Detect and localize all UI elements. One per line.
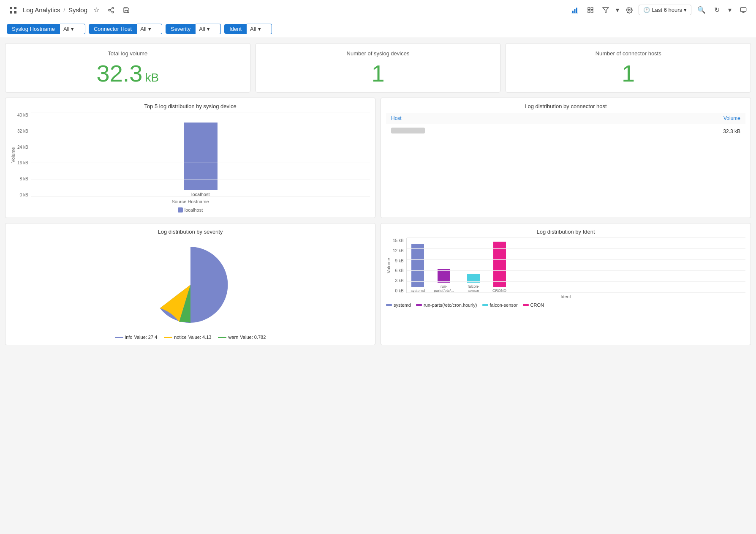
ident-bar-falcon-rect <box>467 274 480 283</box>
top5-bar-label: localhost <box>191 192 209 197</box>
sev-info-label: info <box>125 335 133 340</box>
top5-y-24: 24 kB <box>17 145 28 150</box>
connector-host-select[interactable]: All ▾ <box>137 24 162 34</box>
top5-y-32: 32 kB <box>17 129 28 134</box>
ident-bar-falcon: falcon-sensor <box>463 274 484 293</box>
refresh-button[interactable]: ↻ <box>712 4 722 16</box>
ident-leg-crond-label: CRON <box>530 302 544 308</box>
sev-warn: warn Value: 0.782 <box>218 335 266 340</box>
share-button[interactable] <box>105 5 117 15</box>
volume-cell: 32.3 kB <box>608 124 745 139</box>
top5-legend-color <box>178 207 183 213</box>
header-left: Log Analytics / Syslog ☆ <box>7 4 132 16</box>
syslog-devices-title: Number of syslog devices <box>264 50 492 57</box>
severity-pie-container <box>11 238 370 331</box>
svg-rect-0 <box>10 7 12 9</box>
top5-y-8: 8 kB <box>20 177 28 181</box>
svg-rect-15 <box>588 11 590 13</box>
ident-y-axis-label: Volume <box>386 238 391 293</box>
top5-y-0: 0 kB <box>20 193 28 197</box>
syslog-devices-value: 1 <box>264 62 492 85</box>
ident-x-title: Ident <box>386 294 745 299</box>
syslog-hostname-select[interactable]: All ▾ <box>60 24 85 34</box>
top5-chart-card: Top 5 log distribution by syslog device … <box>5 98 375 218</box>
col-volume: Volume <box>608 113 745 124</box>
col-host: Host <box>386 113 608 124</box>
svg-rect-14 <box>591 11 593 13</box>
time-range-label: Last 6 hours <box>652 7 682 13</box>
ident-leg-runparts: run-parts(/etc/cron.hourly) <box>416 302 477 308</box>
ident-label-crond: CROND <box>492 289 506 293</box>
svg-rect-18 <box>740 8 746 11</box>
tv-button[interactable] <box>737 5 749 15</box>
filter-bar: Syslog Hostname All ▾ Connector Host All… <box>0 20 756 38</box>
middle-row: Top 5 log distribution by syslog device … <box>5 98 751 218</box>
connector-host-filter: Connector Host All ▾ <box>89 24 162 34</box>
severity-chart-title: Log distribution by severity <box>11 229 370 235</box>
top5-legend-label: localhost <box>185 207 203 213</box>
severity-label: Severity <box>166 24 196 34</box>
ident-value: All <box>250 26 256 32</box>
svg-rect-3 <box>14 11 16 14</box>
syslog-hostname-value: All <box>63 26 69 32</box>
connector-host-chevron: ▾ <box>148 26 151 32</box>
ident-chart-title: Log distribution by Ident <box>386 229 745 235</box>
ident-select[interactable]: All ▾ <box>247 24 272 34</box>
ident-bar-runparts-rect <box>438 269 450 283</box>
star-button[interactable]: ☆ <box>91 4 102 16</box>
sev-info-color <box>115 337 123 338</box>
ident-label-runparts: run-parts(/etc/... <box>433 284 454 293</box>
syslog-devices-card: Number of syslog devices 1 <box>256 43 501 93</box>
refresh-dropdown-button[interactable]: ▾ <box>726 4 734 16</box>
save-button[interactable] <box>120 5 132 15</box>
severity-select[interactable]: All ▾ <box>196 24 221 34</box>
connector-host-chart-card: Log distribution by connector host Host … <box>381 98 751 218</box>
header-right: ▾ 🕐 Last 6 hours ▾ 🔍 ↻ ▾ <box>568 4 749 16</box>
time-chevron-icon: ▾ <box>684 7 687 13</box>
svg-point-4 <box>112 7 114 9</box>
bottom-row: Log distribution by severity <box>5 223 751 345</box>
host-placeholder <box>391 128 425 134</box>
main-content: Total log volume 32.3 kB Number of syslo… <box>0 38 756 350</box>
top5-legend: localhost <box>11 207 370 213</box>
svg-rect-9 <box>572 11 574 13</box>
ident-bar-systemd-rect <box>411 244 424 287</box>
svg-rect-2 <box>10 11 12 14</box>
dashboard-button[interactable] <box>585 5 596 15</box>
ident-bars-area: systemd run-parts(/etc/... falcon-sensor <box>406 238 745 293</box>
grid-menu-button[interactable] <box>7 5 19 16</box>
zoom-out-button[interactable]: 🔍 <box>695 4 708 16</box>
svg-rect-10 <box>574 9 576 13</box>
sev-warn-label: warn <box>228 335 238 340</box>
top5-x-title: Source Hostname <box>11 199 370 204</box>
svg-marker-16 <box>603 8 609 13</box>
top5-chart-title: Top 5 log distribution by syslog device <box>11 103 370 109</box>
total-log-volume-unit: kB <box>145 71 159 84</box>
ident-bar-systemd: systemd <box>411 244 425 293</box>
svg-point-6 <box>112 11 114 13</box>
connector-host-value: All <box>140 26 146 32</box>
filter-dropdown-button[interactable]: ▾ <box>615 4 620 16</box>
total-log-volume-card: Total log volume 32.3 kB <box>5 43 250 93</box>
ident-leg-runparts-color <box>416 304 422 306</box>
page-title: Syslog <box>68 6 87 14</box>
ident-bar-crond: CROND <box>492 242 506 293</box>
top5-y-axis-label: Volume <box>11 113 16 197</box>
ident-bar-crond-rect <box>493 242 506 287</box>
table-row: 32.3 kB <box>386 124 745 139</box>
sev-notice: notice Value: 4.13 <box>164 335 211 340</box>
ident-label: Ident <box>224 24 247 34</box>
syslog-hostname-filter: Syslog Hostname All ▾ <box>7 24 85 34</box>
svg-line-7 <box>110 11 112 12</box>
total-log-volume-title: Total log volume <box>14 50 242 57</box>
sev-warn-color <box>218 337 226 338</box>
filter-button[interactable] <box>600 5 612 15</box>
connector-hosts-value: 1 <box>514 62 742 85</box>
connector-host-title: Log distribution by connector host <box>386 103 745 109</box>
svg-rect-11 <box>576 8 577 13</box>
ident-label-systemd: systemd <box>411 289 425 293</box>
settings-button[interactable] <box>623 5 635 15</box>
time-range-selector[interactable]: 🕐 Last 6 hours ▾ <box>639 5 691 15</box>
chart-type-button[interactable] <box>568 5 581 16</box>
connector-host-table: Host Volume 32.3 kB <box>386 113 745 138</box>
